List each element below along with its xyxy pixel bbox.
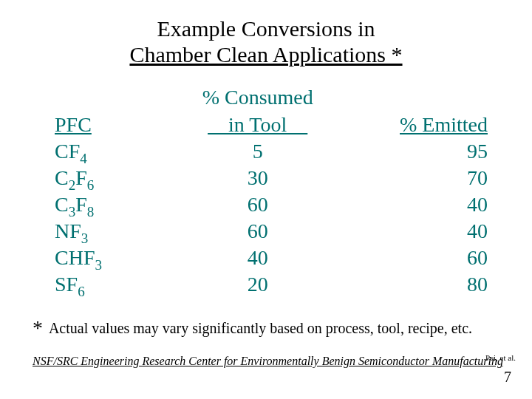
header-emitted-text: % Emitted: [346, 112, 488, 138]
table-row: 40: [346, 218, 488, 245]
table-row: 20: [170, 271, 346, 298]
pfc-formula: SF6: [55, 271, 85, 298]
table-row: 40: [170, 245, 346, 271]
table-row: 60: [170, 218, 346, 245]
table-row: SF6: [55, 271, 170, 298]
table-row: 30: [170, 165, 346, 191]
table-row: 60: [170, 191, 346, 218]
column-consumed: % Consumed in Tool 5 30 60 60 40 20: [170, 85, 346, 298]
consumed-value: 20: [248, 271, 268, 298]
conversion-table: PFC CF4 C2F6 C3F8 NF3 CHF3 SF6 % Co: [0, 85, 532, 298]
table-row: 80: [346, 271, 488, 298]
table-row: NF3: [55, 218, 170, 245]
emitted-value: 95: [467, 138, 488, 165]
center-credit: NSF/SRC Engineering Research Center for …: [33, 355, 503, 368]
footnote: * Actual values may vary significantly b…: [33, 316, 472, 340]
emitted-value: 40: [467, 191, 488, 218]
footnote-text: Actual values may vary significantly bas…: [49, 320, 472, 336]
header-pfc: PFC: [55, 85, 170, 138]
emitted-value: 60: [467, 245, 488, 271]
header-consumed-l1: % Consumed: [170, 84, 346, 111]
table-row: C2F6: [55, 165, 170, 191]
slide-title: Example Conversions in Chamber Clean App…: [0, 0, 532, 67]
page-number: 7: [504, 369, 511, 386]
header-emitted: % Emitted: [346, 85, 488, 138]
citation: Pei, et al.: [485, 353, 516, 362]
table-row: C3F8: [55, 191, 170, 218]
emitted-value: 70: [467, 165, 488, 191]
consumed-value: 5: [253, 138, 263, 165]
consumed-value: 30: [248, 165, 268, 191]
header-consumed: % Consumed in Tool: [170, 85, 346, 138]
emitted-value: 40: [467, 218, 488, 245]
column-pfc: PFC CF4 C2F6 C3F8 NF3 CHF3 SF6: [0, 85, 170, 298]
emitted-value: 80: [467, 271, 488, 298]
table-row: 5: [170, 138, 346, 165]
header-pfc-text: PFC: [55, 112, 170, 138]
pfc-formula: C3F8: [55, 191, 94, 218]
consumed-value: 60: [248, 191, 268, 218]
table-row: CHF3: [55, 245, 170, 271]
table-row: CF4: [55, 138, 170, 165]
column-emitted: % Emitted 95 70 40 40 60 80: [346, 85, 532, 298]
title-line-1: Example Conversions in: [0, 16, 532, 42]
consumed-value: 40: [248, 245, 268, 271]
table-row: 95: [346, 138, 488, 165]
slide: Example Conversions in Chamber Clean App…: [0, 0, 532, 399]
pfc-formula: NF3: [55, 218, 88, 245]
pfc-formula: CF4: [55, 138, 87, 165]
table-row: 40: [346, 191, 488, 218]
table-row: 60: [346, 245, 488, 271]
footnote-star: *: [33, 316, 43, 339]
header-consumed-l2: in Tool: [170, 112, 346, 138]
table-row: 70: [346, 165, 488, 191]
pfc-formula: C2F6: [55, 165, 94, 191]
pfc-formula: CHF3: [55, 245, 102, 271]
consumed-value: 60: [248, 218, 268, 245]
title-line-2: Chamber Clean Applications *: [0, 42, 532, 68]
